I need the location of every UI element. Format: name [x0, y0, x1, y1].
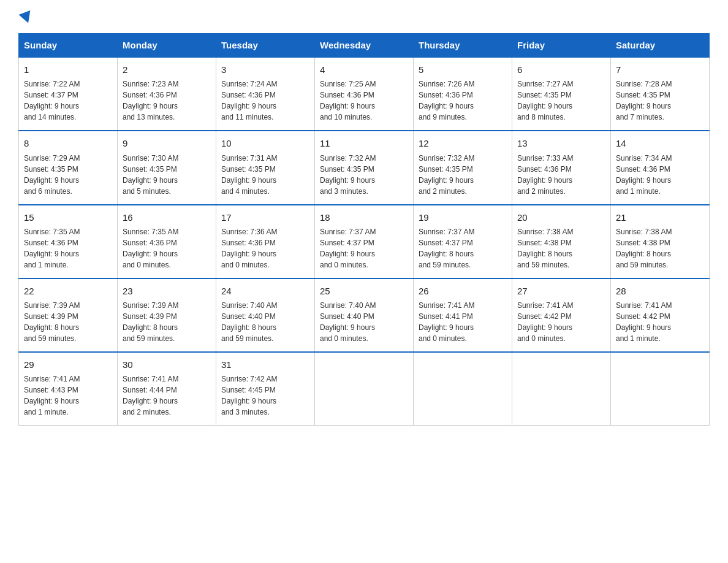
logo-triangle-icon: [19, 10, 34, 25]
day-info: Sunrise: 7:42 AM Sunset: 4:45 PM Dayligh…: [221, 373, 309, 418]
calendar-cell: 30Sunrise: 7:41 AM Sunset: 4:44 PM Dayli…: [118, 352, 216, 426]
col-header-saturday: Saturday: [611, 34, 710, 58]
calendar-cell: 7Sunrise: 7:28 AM Sunset: 4:35 PM Daylig…: [611, 57, 710, 131]
day-info: Sunrise: 7:23 AM Sunset: 4:36 PM Dayligh…: [123, 79, 211, 123]
day-info: Sunrise: 7:41 AM Sunset: 4:43 PM Dayligh…: [24, 373, 112, 418]
day-info: Sunrise: 7:32 AM Sunset: 4:35 PM Dayligh…: [320, 153, 408, 197]
calendar-cell: 29Sunrise: 7:41 AM Sunset: 4:43 PM Dayli…: [19, 352, 118, 426]
day-info: Sunrise: 7:40 AM Sunset: 4:40 PM Dayligh…: [320, 300, 408, 344]
calendar-cell: 31Sunrise: 7:42 AM Sunset: 4:45 PM Dayli…: [216, 352, 315, 426]
calendar-cell: 28Sunrise: 7:41 AM Sunset: 4:42 PM Dayli…: [611, 278, 710, 352]
day-number: 27: [517, 284, 605, 298]
calendar-week-row: 1Sunrise: 7:22 AM Sunset: 4:37 PM Daylig…: [19, 57, 710, 131]
calendar-cell: 22Sunrise: 7:39 AM Sunset: 4:39 PM Dayli…: [19, 278, 118, 352]
day-number: 13: [517, 136, 605, 150]
day-info: Sunrise: 7:28 AM Sunset: 4:35 PM Dayligh…: [616, 79, 704, 123]
day-number: 7: [616, 63, 704, 77]
day-number: 2: [123, 63, 211, 77]
calendar-cell: 19Sunrise: 7:37 AM Sunset: 4:37 PM Dayli…: [414, 205, 512, 278]
day-number: 26: [419, 284, 507, 298]
day-info: Sunrise: 7:36 AM Sunset: 4:36 PM Dayligh…: [221, 226, 309, 270]
calendar-week-row: 15Sunrise: 7:35 AM Sunset: 4:36 PM Dayli…: [19, 205, 710, 278]
day-number: 16: [123, 210, 211, 224]
day-number: 5: [419, 63, 507, 77]
calendar-cell: 15Sunrise: 7:35 AM Sunset: 4:36 PM Dayli…: [19, 205, 118, 278]
day-info: Sunrise: 7:41 AM Sunset: 4:42 PM Dayligh…: [517, 300, 605, 344]
calendar-cell: 24Sunrise: 7:40 AM Sunset: 4:40 PM Dayli…: [216, 278, 315, 352]
calendar-cell: 11Sunrise: 7:32 AM Sunset: 4:35 PM Dayli…: [315, 131, 414, 204]
day-info: Sunrise: 7:31 AM Sunset: 4:35 PM Dayligh…: [221, 153, 309, 197]
day-info: Sunrise: 7:40 AM Sunset: 4:40 PM Dayligh…: [221, 300, 309, 344]
day-number: 28: [616, 284, 704, 298]
calendar-cell: 12Sunrise: 7:32 AM Sunset: 4:35 PM Dayli…: [414, 131, 512, 204]
calendar-cell: 21Sunrise: 7:38 AM Sunset: 4:38 PM Dayli…: [611, 205, 710, 278]
calendar-cell: 27Sunrise: 7:41 AM Sunset: 4:42 PM Dayli…: [512, 278, 611, 352]
day-number: 14: [616, 136, 704, 150]
calendar-cell: 6Sunrise: 7:27 AM Sunset: 4:35 PM Daylig…: [512, 57, 611, 131]
calendar-cell: 14Sunrise: 7:34 AM Sunset: 4:36 PM Dayli…: [611, 131, 710, 204]
calendar-cell: 20Sunrise: 7:38 AM Sunset: 4:38 PM Dayli…: [512, 205, 611, 278]
calendar-cell: 5Sunrise: 7:26 AM Sunset: 4:36 PM Daylig…: [414, 57, 512, 131]
calendar-cell: [315, 352, 414, 426]
col-header-thursday: Thursday: [414, 34, 512, 58]
calendar-week-row: 22Sunrise: 7:39 AM Sunset: 4:39 PM Dayli…: [19, 278, 710, 352]
calendar-cell: 23Sunrise: 7:39 AM Sunset: 4:39 PM Dayli…: [118, 278, 216, 352]
day-number: 23: [123, 284, 211, 298]
col-header-sunday: Sunday: [19, 34, 118, 58]
day-info: Sunrise: 7:41 AM Sunset: 4:44 PM Dayligh…: [123, 373, 211, 418]
calendar-cell: 10Sunrise: 7:31 AM Sunset: 4:35 PM Dayli…: [216, 131, 315, 204]
calendar-cell: 1Sunrise: 7:22 AM Sunset: 4:37 PM Daylig…: [19, 57, 118, 131]
day-info: Sunrise: 7:41 AM Sunset: 4:41 PM Dayligh…: [419, 300, 507, 344]
day-info: Sunrise: 7:27 AM Sunset: 4:35 PM Dayligh…: [517, 79, 605, 123]
calendar-cell: 13Sunrise: 7:33 AM Sunset: 4:36 PM Dayli…: [512, 131, 611, 204]
day-info: Sunrise: 7:38 AM Sunset: 4:38 PM Dayligh…: [517, 226, 605, 270]
day-info: Sunrise: 7:25 AM Sunset: 4:36 PM Dayligh…: [320, 79, 408, 123]
day-number: 30: [123, 358, 211, 372]
day-number: 24: [221, 284, 309, 298]
day-info: Sunrise: 7:35 AM Sunset: 4:36 PM Dayligh…: [24, 226, 112, 270]
col-header-tuesday: Tuesday: [216, 34, 315, 58]
day-info: Sunrise: 7:39 AM Sunset: 4:39 PM Dayligh…: [24, 300, 112, 344]
day-info: Sunrise: 7:38 AM Sunset: 4:38 PM Dayligh…: [616, 226, 704, 270]
calendar-week-row: 29Sunrise: 7:41 AM Sunset: 4:43 PM Dayli…: [19, 352, 710, 426]
day-number: 18: [320, 210, 408, 224]
day-info: Sunrise: 7:37 AM Sunset: 4:37 PM Dayligh…: [419, 226, 507, 270]
day-number: 19: [419, 210, 507, 224]
day-info: Sunrise: 7:24 AM Sunset: 4:36 PM Dayligh…: [221, 79, 309, 123]
day-number: 9: [123, 136, 211, 150]
calendar-cell: 25Sunrise: 7:40 AM Sunset: 4:40 PM Dayli…: [315, 278, 414, 352]
day-info: Sunrise: 7:39 AM Sunset: 4:39 PM Dayligh…: [123, 300, 211, 344]
calendar-cell: 18Sunrise: 7:37 AM Sunset: 4:37 PM Dayli…: [315, 205, 414, 278]
day-info: Sunrise: 7:37 AM Sunset: 4:37 PM Dayligh…: [320, 226, 408, 270]
calendar-header-row: SundayMondayTuesdayWednesdayThursdayFrid…: [19, 34, 710, 58]
col-header-wednesday: Wednesday: [315, 34, 414, 58]
calendar-cell: 3Sunrise: 7:24 AM Sunset: 4:36 PM Daylig…: [216, 57, 315, 131]
day-number: 8: [24, 136, 112, 150]
day-number: 1: [24, 63, 112, 77]
page-header: [18, 12, 710, 22]
day-number: 10: [221, 136, 309, 150]
day-number: 11: [320, 136, 408, 150]
calendar-cell: 17Sunrise: 7:36 AM Sunset: 4:36 PM Dayli…: [216, 205, 315, 278]
day-info: Sunrise: 7:32 AM Sunset: 4:35 PM Dayligh…: [419, 153, 507, 197]
col-header-monday: Monday: [118, 34, 216, 58]
calendar-table: SundayMondayTuesdayWednesdayThursdayFrid…: [18, 33, 710, 426]
calendar-cell: 9Sunrise: 7:30 AM Sunset: 4:35 PM Daylig…: [118, 131, 216, 204]
day-number: 25: [320, 284, 408, 298]
calendar-week-row: 8Sunrise: 7:29 AM Sunset: 4:35 PM Daylig…: [19, 131, 710, 204]
day-info: Sunrise: 7:34 AM Sunset: 4:36 PM Dayligh…: [616, 153, 704, 197]
day-info: Sunrise: 7:26 AM Sunset: 4:36 PM Dayligh…: [419, 79, 507, 123]
day-number: 15: [24, 210, 112, 224]
day-info: Sunrise: 7:30 AM Sunset: 4:35 PM Dayligh…: [123, 153, 211, 197]
day-number: 31: [221, 358, 309, 372]
day-info: Sunrise: 7:22 AM Sunset: 4:37 PM Dayligh…: [24, 79, 112, 123]
day-number: 22: [24, 284, 112, 298]
col-header-friday: Friday: [512, 34, 611, 58]
calendar-cell: 16Sunrise: 7:35 AM Sunset: 4:36 PM Dayli…: [118, 205, 216, 278]
day-info: Sunrise: 7:41 AM Sunset: 4:42 PM Dayligh…: [616, 300, 704, 344]
calendar-cell: [512, 352, 611, 426]
calendar-cell: 2Sunrise: 7:23 AM Sunset: 4:36 PM Daylig…: [118, 57, 216, 131]
calendar-cell: 8Sunrise: 7:29 AM Sunset: 4:35 PM Daylig…: [19, 131, 118, 204]
calendar-cell: [611, 352, 710, 426]
day-info: Sunrise: 7:33 AM Sunset: 4:36 PM Dayligh…: [517, 153, 605, 197]
